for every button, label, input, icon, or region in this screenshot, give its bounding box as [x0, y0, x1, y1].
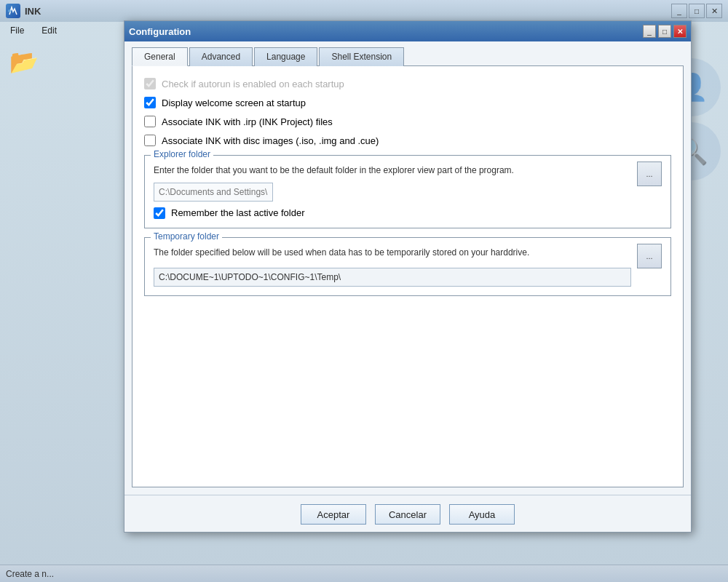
temporary-folder-group: Temporary folder The folder specified be… — [144, 237, 671, 296]
dialog-footer: Aceptar Cancelar Ayuda — [124, 495, 691, 532]
checkbox-autorun[interactable] — [144, 78, 156, 89]
checkbox-remember-folder-label: Remember the last active folder — [171, 207, 305, 218]
explorer-folder-legend: Explorer folder — [151, 149, 213, 159]
checkbox-associate-irp-row: Associate INK with .irp (INK Project) fi… — [144, 116, 671, 127]
checkbox-welcome-row: Display welcome screen at startup — [144, 97, 671, 108]
tab-shell-extension[interactable]: Shell Extension — [319, 47, 404, 66]
checkbox-remember-folder[interactable] — [154, 207, 165, 219]
configuration-dialog: Configuration _ □ ✕ General Advanced Lan… — [124, 20, 692, 533]
dialog-maximize-btn[interactable]: □ — [658, 25, 671, 38]
dialog-close-btn[interactable]: ✕ — [673, 25, 687, 38]
checkbox-associate-irp-label: Associate INK with .irp (INK Project) fi… — [162, 116, 333, 127]
dialog-window-controls: _ □ ✕ — [643, 25, 687, 38]
dialog-title: Configuration — [129, 26, 191, 37]
explorer-folder-input[interactable] — [154, 183, 273, 202]
remember-folder-row: Remember the last active folder — [154, 207, 662, 219]
explorer-browse-button[interactable]: ... — [637, 162, 662, 186]
dialog-body: General Advanced Language Shell Extensio… — [124, 41, 691, 495]
checkbox-associate-disc-label: Associate INK with disc images (.iso, .i… — [162, 135, 379, 146]
temporary-folder-description: The folder specified below will be used … — [154, 247, 631, 259]
explorer-folder-description: Enter the folder that you want to be the… — [154, 164, 631, 177]
checkbox-associate-disc[interactable] — [144, 135, 156, 146]
help-button[interactable]: Ayuda — [449, 504, 515, 525]
temporary-folder-legend: Temporary folder — [151, 231, 222, 242]
checkbox-associate-disc-row: Associate INK with disc images (.iso, .i… — [144, 135, 671, 146]
accept-button[interactable]: Aceptar — [301, 504, 366, 525]
dialog-titlebar: Configuration _ □ ✕ — [124, 21, 691, 41]
temporary-browse-button[interactable]: ... — [637, 244, 662, 268]
checkbox-welcome[interactable] — [144, 97, 156, 108]
tab-general[interactable]: General — [132, 47, 188, 66]
dialog-minimize-btn[interactable]: _ — [643, 25, 656, 38]
tab-language[interactable]: Language — [254, 47, 317, 66]
checkbox-autorun-row: Check if autorun is enabled on each star… — [144, 78, 671, 89]
explorer-folder-group: Explorer folder Enter the folder that yo… — [144, 155, 671, 228]
cancel-button[interactable]: Cancelar — [375, 504, 440, 525]
checkbox-autorun-label: Check if autorun is enabled on each star… — [162, 79, 344, 89]
tab-content-general: Check if autorun is enabled on each star… — [132, 65, 684, 487]
checkbox-associate-irp[interactable] — [144, 116, 156, 127]
temporary-folder-input[interactable] — [154, 268, 631, 287]
tab-bar: General Advanced Language Shell Extensio… — [132, 47, 684, 66]
tab-advanced[interactable]: Advanced — [189, 47, 253, 66]
checkbox-welcome-label: Display welcome screen at startup — [162, 97, 306, 108]
dialog-overlay: Configuration _ □ ✕ General Advanced Lan… — [0, 0, 728, 582]
